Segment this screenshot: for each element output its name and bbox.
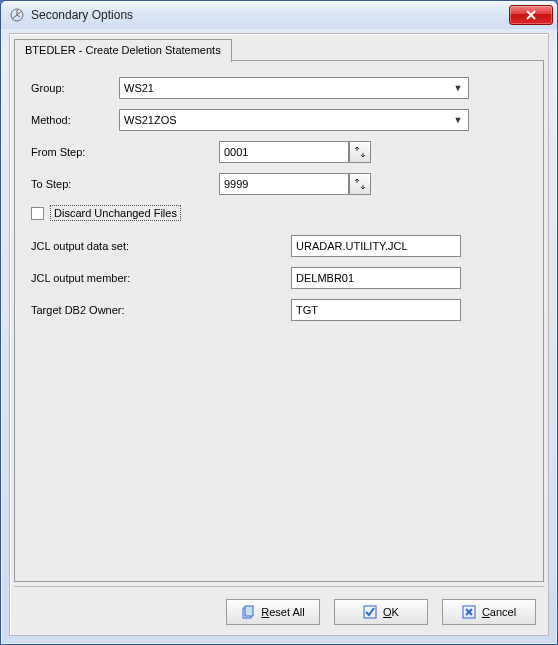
window-title: Secondary Options (31, 8, 509, 22)
row-group: Group: WS21 ▼ (31, 77, 527, 99)
reset-all-label: Reset All (261, 606, 304, 618)
group-value: WS21 (124, 82, 154, 94)
app-icon (9, 7, 25, 23)
reset-all-button[interactable]: Reset All (226, 599, 320, 625)
sort-arrows-icon (353, 177, 367, 191)
cancel-label: Cancel (482, 606, 516, 618)
method-combo[interactable]: WS21ZOS ▼ (119, 109, 469, 131)
ok-button[interactable]: OK (334, 599, 428, 625)
method-label: Method: (31, 114, 119, 126)
row-discard: Discard Unchanged Files (31, 205, 527, 221)
tabstrip: BTEDLER - Create Deletion Statements (10, 34, 548, 61)
cancel-icon (462, 605, 476, 619)
chevron-down-icon: ▼ (450, 112, 466, 128)
method-value: WS21ZOS (124, 114, 177, 126)
check-icon (363, 605, 377, 619)
dialog-window: Secondary Options BTEDLER - Create Delet… (0, 0, 558, 645)
to-step-spinner[interactable] (349, 173, 371, 195)
tab-filler (232, 38, 544, 61)
sort-arrows-icon (353, 145, 367, 159)
group-label: Group: (31, 82, 119, 94)
client-area: BTEDLER - Create Deletion Statements Gro… (9, 33, 549, 636)
reset-icon (241, 605, 255, 619)
group-combo[interactable]: WS21 ▼ (119, 77, 469, 99)
ok-label: OK (383, 606, 399, 618)
jcl-dataset-label: JCL output data set: (31, 240, 211, 252)
tab-panel: Group: WS21 ▼ Method: WS21ZOS ▼ From Ste… (14, 61, 544, 582)
row-target-owner: Target DB2 Owner: (31, 299, 527, 321)
jcl-member-label: JCL output member: (31, 272, 211, 284)
chevron-down-icon: ▼ (450, 80, 466, 96)
to-step-label: To Step: (31, 178, 119, 190)
jcl-dataset-input[interactable] (291, 235, 461, 257)
svg-rect-2 (245, 606, 253, 616)
row-to-step: To Step: (31, 173, 527, 195)
to-step-input[interactable] (219, 173, 349, 195)
titlebar[interactable]: Secondary Options (1, 1, 557, 29)
from-step-label: From Step: (31, 146, 119, 158)
row-jcl-dataset: JCL output data set: (31, 235, 527, 257)
jcl-member-input[interactable] (291, 267, 461, 289)
target-owner-label: Target DB2 Owner: (31, 304, 211, 316)
target-owner-input[interactable] (291, 299, 461, 321)
row-jcl-member: JCL output member: (31, 267, 527, 289)
tab-btedler[interactable]: BTEDLER - Create Deletion Statements (14, 39, 232, 62)
cancel-button[interactable]: Cancel (442, 599, 536, 625)
close-button[interactable] (509, 5, 553, 25)
row-from-step: From Step: (31, 141, 527, 163)
from-step-spinner[interactable] (349, 141, 371, 163)
row-method: Method: WS21ZOS ▼ (31, 109, 527, 131)
close-icon (525, 10, 537, 20)
discard-label[interactable]: Discard Unchanged Files (50, 205, 181, 221)
from-step-input[interactable] (219, 141, 349, 163)
button-bar: Reset All OK Cancel (14, 586, 544, 629)
discard-checkbox[interactable] (31, 207, 44, 220)
